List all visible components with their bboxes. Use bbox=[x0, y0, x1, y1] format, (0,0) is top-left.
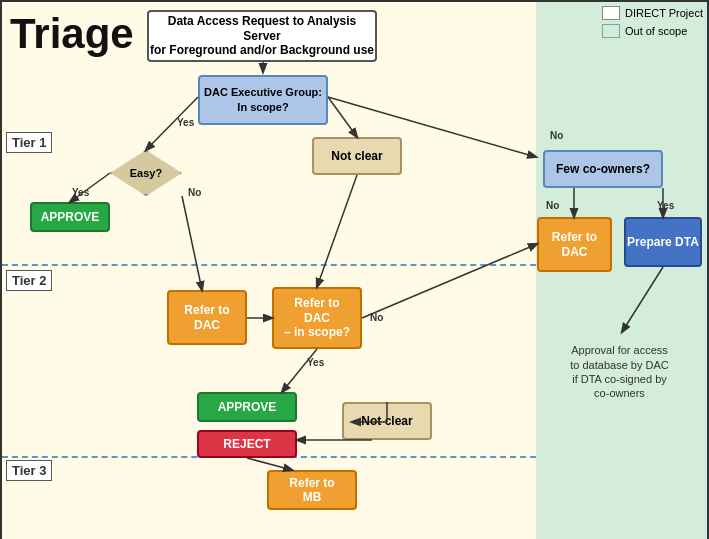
legend-outofscope: Out of scope bbox=[602, 24, 703, 38]
main-container: DIRECT Project Out of scope Triage Tier … bbox=[0, 0, 709, 539]
no-label-easy: No bbox=[188, 187, 201, 198]
yes-label-inscope: Yes bbox=[307, 357, 324, 368]
legend-direct-label: DIRECT Project bbox=[625, 7, 703, 19]
refer-dac-tier2-label: Refer toDAC bbox=[184, 303, 229, 332]
not-clear-top-label: Not clear bbox=[331, 149, 382, 163]
legend: DIRECT Project Out of scope bbox=[602, 6, 703, 38]
few-coowners-box: Few co-owners? bbox=[543, 150, 663, 188]
dac-executive-label: DAC Executive Group:In scope? bbox=[204, 85, 322, 114]
approval-text-label: Approval for accessto database by DACif … bbox=[570, 343, 668, 400]
tier2-label: Tier 2 bbox=[6, 270, 52, 291]
legend-box-green bbox=[602, 24, 620, 38]
no-label-dac: No bbox=[550, 130, 563, 141]
no-label-coowners: No bbox=[546, 200, 559, 211]
few-coowners-label: Few co-owners? bbox=[556, 162, 650, 176]
yes-label-easy: Yes bbox=[72, 187, 89, 198]
refer-dac-inscope-label: Refer toDAC– in scope? bbox=[284, 296, 350, 339]
easy-diamond: Easy? bbox=[110, 150, 182, 196]
reject-tier2-label: REJECT bbox=[223, 437, 270, 451]
refer-dac-inscope-box: Refer toDAC– in scope? bbox=[272, 287, 362, 349]
yes-label-dac: Yes bbox=[177, 117, 194, 128]
approval-text-box: Approval for accessto database by DACif … bbox=[537, 332, 702, 412]
approve-tier1-box: APPROVE bbox=[30, 202, 110, 232]
prepare-dta-box: Prepare DTA bbox=[624, 217, 702, 267]
not-clear-bottom-box: Not clear bbox=[342, 402, 432, 440]
refer-dac-right-label: Refer toDAC bbox=[552, 230, 597, 259]
refer-mb-box: Refer toMB bbox=[267, 470, 357, 510]
start-box-text: Data Access Request to Analysis Serverfo… bbox=[149, 14, 375, 57]
refer-dac-right-box: Refer toDAC bbox=[537, 217, 612, 272]
legend-outofscope-label: Out of scope bbox=[625, 25, 687, 37]
tier1-divider bbox=[2, 264, 536, 266]
not-clear-bottom-label: Not clear bbox=[361, 414, 412, 428]
start-box: Data Access Request to Analysis Serverfo… bbox=[147, 10, 377, 62]
legend-direct: DIRECT Project bbox=[602, 6, 703, 20]
refer-mb-label: Refer toMB bbox=[289, 476, 334, 505]
approve-tier1-label: APPROVE bbox=[41, 210, 100, 224]
tier1-label: Tier 1 bbox=[6, 132, 52, 153]
yes-label-coowners: Yes bbox=[657, 200, 674, 211]
not-clear-top-box: Not clear bbox=[312, 137, 402, 175]
easy-label: Easy? bbox=[130, 167, 162, 179]
no-label-inscope: No bbox=[370, 312, 383, 323]
dac-executive-box: DAC Executive Group:In scope? bbox=[198, 72, 328, 127]
refer-dac-tier2-box: Refer toDAC bbox=[167, 290, 247, 345]
prepare-dta-label: Prepare DTA bbox=[627, 235, 699, 249]
tier3-label: Tier 3 bbox=[6, 460, 52, 481]
legend-box-white bbox=[602, 6, 620, 20]
approve-tier2-box: APPROVE bbox=[197, 392, 297, 422]
reject-tier2-box: REJECT bbox=[197, 430, 297, 458]
approve-tier2-label: APPROVE bbox=[218, 400, 277, 414]
page-title: Triage bbox=[10, 10, 134, 58]
